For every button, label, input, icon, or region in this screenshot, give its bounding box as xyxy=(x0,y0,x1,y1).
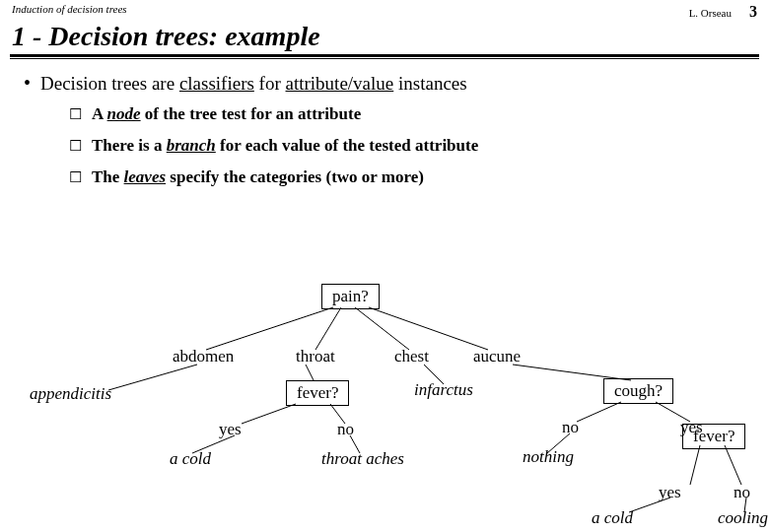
node-fever2: fever? xyxy=(682,424,745,449)
slide-title: 1 - Decision trees: example xyxy=(0,21,769,54)
leaf-appendicitis: appendicitis xyxy=(30,384,111,404)
node-fever: fever? xyxy=(286,380,349,406)
sub-bullet-c: ☐ The leaves specify the categories (two… xyxy=(69,167,745,187)
branch-aucune: aucune xyxy=(473,347,521,366)
bullet-icon: • xyxy=(24,73,31,93)
checkbox-icon: ☐ xyxy=(69,105,82,123)
bullet-main: • Decision trees are classifiers for att… xyxy=(24,73,745,95)
checkbox-icon: ☐ xyxy=(69,168,82,186)
branch-fever2-yes: yes xyxy=(659,483,681,502)
svg-line-8 xyxy=(242,404,296,424)
sub-bullet-b: ☐ There is a branch for each value of th… xyxy=(69,136,745,156)
leaf-a-cold-2: a cold xyxy=(592,508,633,528)
node-cough: cough? xyxy=(603,378,673,404)
page-number: 3 xyxy=(749,3,757,21)
leaf-infarctus: infarctus xyxy=(414,380,473,400)
author: L. Orseau xyxy=(689,7,732,19)
leaf-cooling: cooling xyxy=(718,508,768,528)
svg-line-0 xyxy=(206,307,333,350)
branch-abdomen: abdomen xyxy=(173,347,234,366)
branch-chest: chest xyxy=(394,347,429,366)
svg-line-5 xyxy=(306,365,314,380)
svg-line-15 xyxy=(690,445,700,485)
leaf-nothing: nothing xyxy=(523,447,574,467)
branch-fever-yes: yes xyxy=(219,420,242,439)
svg-line-4 xyxy=(108,365,197,390)
page-header: Induction of decision trees L. Orseau 3 xyxy=(0,0,769,21)
checkbox-icon: ☐ xyxy=(69,137,82,155)
branch-fever-no: no xyxy=(337,420,354,439)
svg-line-12 xyxy=(577,402,621,422)
svg-line-3 xyxy=(369,307,488,350)
branch-fever2-no: no xyxy=(734,483,750,502)
leaf-throat-aches: throat aches xyxy=(321,449,404,469)
body-content: • Decision trees are classifiers for att… xyxy=(0,73,769,187)
svg-line-2 xyxy=(355,307,409,350)
node-pain: pain? xyxy=(321,284,380,309)
bullet-text: Decision trees are classifiers for attri… xyxy=(40,73,467,95)
branch-cough-no: no xyxy=(562,418,579,437)
svg-line-1 xyxy=(315,307,341,350)
branch-throat: throat xyxy=(296,347,335,366)
title-rule xyxy=(10,54,759,59)
svg-line-16 xyxy=(725,445,741,485)
sub-bullet-a: ☐ A node of the tree test for an attribu… xyxy=(69,104,745,124)
doc-title: Induction of decision trees xyxy=(12,3,127,21)
leaf-a-cold: a cold xyxy=(170,449,211,469)
